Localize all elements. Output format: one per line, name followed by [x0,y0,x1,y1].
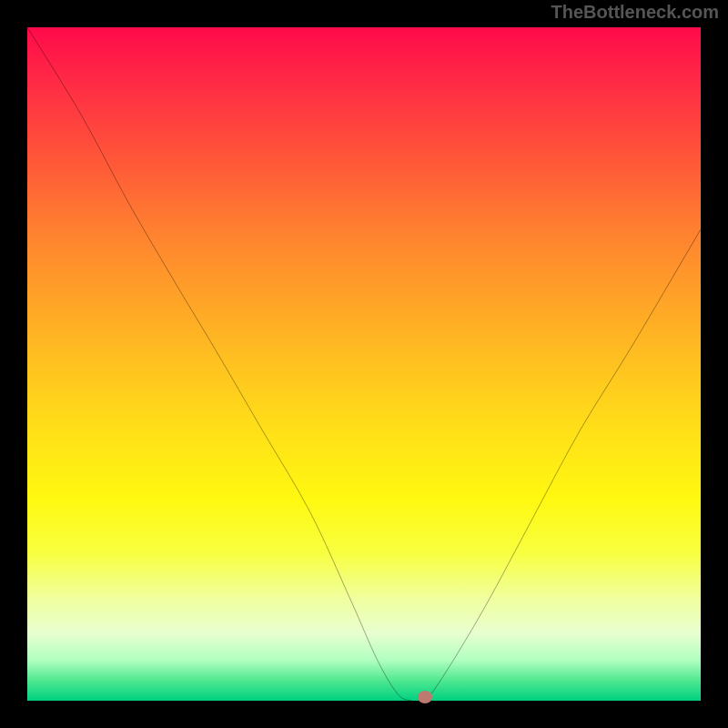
bottleneck-curve [27,27,701,701]
chart-plot-area [27,27,701,701]
curve-path [27,27,701,701]
optimal-point-marker [418,691,432,703]
watermark-text: TheBottleneck.com [551,2,719,23]
